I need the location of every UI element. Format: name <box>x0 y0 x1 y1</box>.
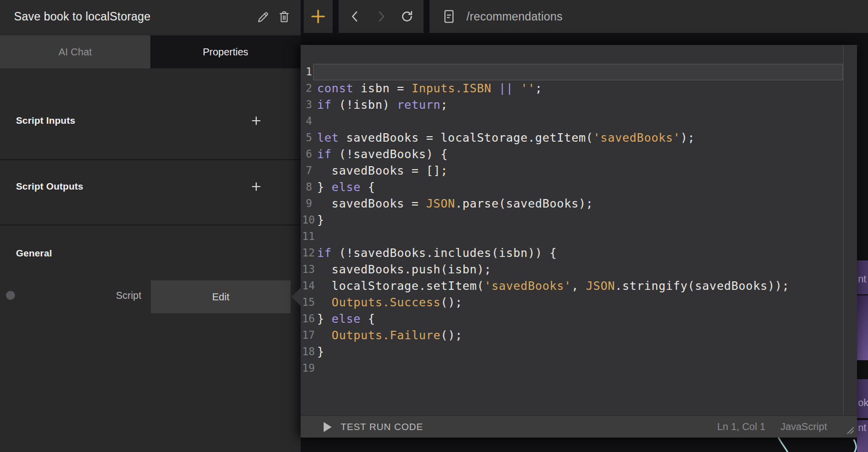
code-line-9[interactable]: 9 savedBooks = JSON.parse(savedBooks); <box>301 196 857 212</box>
add-script-output-button[interactable] <box>250 181 262 193</box>
tab-ai-chat[interactable]: AI Chat <box>0 35 150 68</box>
page-icon <box>442 9 455 24</box>
line-content <box>313 228 843 245</box>
test-run-code-button[interactable]: TEST RUN CODE <box>324 422 423 433</box>
code-line-2[interactable]: 2const isbn = Inputs.ISBN || ''; <box>301 80 857 97</box>
popover-arrow <box>291 288 301 306</box>
script-property-label: Script <box>50 290 141 301</box>
section-script-inputs: Script Inputs <box>16 115 75 126</box>
line-content: } <box>313 344 843 360</box>
cursor-position: Ln 1, Col 1 <box>717 421 766 433</box>
code-line-4[interactable]: 4 <box>301 113 857 130</box>
back-button[interactable] <box>349 10 362 23</box>
line-number: 4 <box>301 113 312 130</box>
browser-nav-group <box>339 0 424 33</box>
page-selector[interactable]: /recommendations <box>430 0 868 33</box>
line-number: 18 <box>301 344 312 360</box>
line-content: Outputs.Success(); <box>313 294 843 311</box>
code-editor[interactable]: 12const isbn = Inputs.ISBN || '';3if (!i… <box>301 45 857 415</box>
resize-handle[interactable] <box>846 426 855 435</box>
editor-scrollbar-track[interactable] <box>843 45 844 415</box>
add-node-button[interactable] <box>304 0 333 33</box>
code-line-5[interactable]: 5let savedBooks = localStorage.getItem('… <box>301 130 857 146</box>
line-content: localStorage.setItem('savedBooks', JSON.… <box>313 278 843 294</box>
properties-panel: Save book to localStorage AI Cha <box>0 0 301 452</box>
code-line-3[interactable]: 3if (!isbn) return; <box>301 97 857 113</box>
line-number: 15 <box>301 294 312 311</box>
delete-workflow-button[interactable] <box>274 6 295 27</box>
plus-icon <box>311 9 326 24</box>
line-number: 7 <box>301 163 312 179</box>
line-number: 19 <box>301 360 312 377</box>
plus-icon <box>252 182 261 191</box>
line-content: } <box>313 212 843 228</box>
line-number: 16 <box>301 311 312 327</box>
node-fragment-label: ok <box>858 397 868 408</box>
tab-ai-chat-label: AI Chat <box>58 46 92 58</box>
line-number: 8 <box>301 179 312 196</box>
line-content: if (!isbn) return; <box>313 97 843 113</box>
line-number: 14 <box>301 278 312 294</box>
line-number: 1 <box>301 64 312 80</box>
line-number: 5 <box>301 130 312 146</box>
forward-button[interactable] <box>375 10 388 23</box>
code-line-16[interactable]: 16} else { <box>301 311 857 327</box>
line-content: savedBooks = []; <box>313 163 843 179</box>
script-property-dot <box>6 291 15 300</box>
line-number: 10 <box>301 212 312 228</box>
line-number: 17 <box>301 327 312 344</box>
code-line-7[interactable]: 7 savedBooks = []; <box>301 163 857 179</box>
section-divider <box>0 225 301 226</box>
chevron-right-icon <box>375 9 387 23</box>
line-content: } else { <box>313 179 843 196</box>
code-line-19[interactable]: 19 <box>301 360 857 377</box>
edit-title-button[interactable] <box>253 6 274 27</box>
line-number: 9 <box>301 196 312 212</box>
code-line-15[interactable]: 15 Outputs.Success(); <box>301 294 857 311</box>
code-line-10[interactable]: 10} <box>301 212 857 228</box>
line-content: Outputs.Failure(); <box>313 327 843 344</box>
line-content: savedBooks.push(isbn); <box>313 261 843 278</box>
line-content: if (!savedBooks) { <box>313 146 843 163</box>
language-indicator[interactable]: JavaScript <box>781 421 827 433</box>
code-line-6[interactable]: 6if (!savedBooks) { <box>301 146 857 163</box>
workflow-node-fragment[interactable]: ok <box>857 379 868 418</box>
test-run-code-label: TEST RUN CODE <box>341 422 423 433</box>
code-line-18[interactable]: 18} <box>301 344 857 360</box>
node-fragment-label: nt <box>858 273 867 284</box>
line-number: 12 <box>301 245 312 261</box>
workflow-node-fragment[interactable]: nt <box>857 260 868 294</box>
code-line-12[interactable]: 12if (!savedBooks.includes(isbn)) { <box>301 245 857 261</box>
page-path: /recommendations <box>466 10 562 23</box>
line-number: 3 <box>301 97 312 113</box>
code-line-17[interactable]: 17 Outputs.Failure(); <box>301 327 857 344</box>
line-content <box>313 113 843 130</box>
line-content: if (!savedBooks.includes(isbn)) { <box>313 245 843 261</box>
node-fragment-label: nt <box>858 422 867 433</box>
code-line-14[interactable]: 14 localStorage.setItem('savedBooks', JS… <box>301 278 857 294</box>
code-line-1[interactable]: 1 <box>301 64 857 80</box>
tab-properties[interactable]: Properties <box>150 35 301 68</box>
panel-header: Save book to localStorage <box>0 0 301 33</box>
section-script-outputs: Script Outputs <box>16 181 83 192</box>
editor-status-bar: TEST RUN CODE Ln 1, Col 1 JavaScript <box>301 415 857 438</box>
plus-icon <box>252 116 261 125</box>
add-script-input-button[interactable] <box>250 115 262 127</box>
play-icon <box>324 422 332 432</box>
line-content: savedBooks = JSON.parse(savedBooks); <box>313 196 843 212</box>
line-content: let savedBooks = localStorage.getItem('s… <box>313 130 843 146</box>
reload-icon <box>400 9 414 23</box>
trash-icon <box>277 10 291 24</box>
script-editor-popover: 12const isbn = Inputs.ISBN || '';3if (!i… <box>301 45 857 438</box>
line-number: 2 <box>301 80 312 97</box>
line-number: 13 <box>301 261 312 278</box>
line-number: 11 <box>301 228 312 245</box>
refresh-button[interactable] <box>401 10 414 23</box>
code-line-13[interactable]: 13 savedBooks.push(isbn); <box>301 261 857 278</box>
workflow-node-fragment[interactable] <box>857 295 868 360</box>
pencil-icon <box>256 10 270 24</box>
code-line-8[interactable]: 8} else { <box>301 179 857 196</box>
edit-script-button[interactable]: Edit <box>151 280 291 313</box>
line-content: } else { <box>313 311 843 327</box>
code-line-11[interactable]: 11 <box>301 228 857 245</box>
